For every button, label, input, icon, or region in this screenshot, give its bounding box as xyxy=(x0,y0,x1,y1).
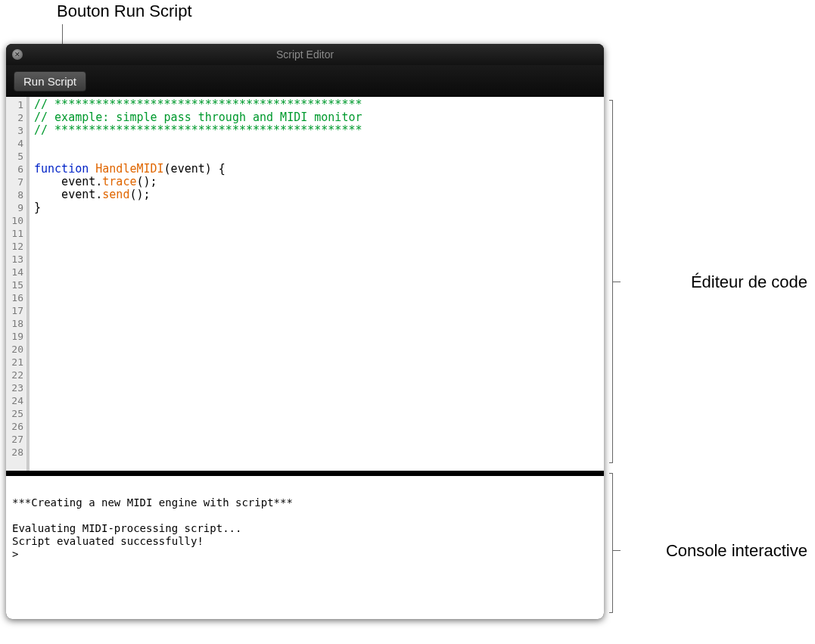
code-line xyxy=(34,227,599,240)
code-editor[interactable]: 1234567891011121314151617181920212223242… xyxy=(6,97,604,471)
callout-code-editor: Éditeur de code xyxy=(691,272,807,292)
line-number: 23 xyxy=(8,381,23,394)
line-number: 2 xyxy=(8,111,23,124)
code-line: // *************************************… xyxy=(34,98,599,111)
line-number: 13 xyxy=(8,253,23,266)
line-number: 27 xyxy=(8,433,23,446)
callout-tick xyxy=(613,282,621,282)
toolbar: Run Script xyxy=(6,65,604,97)
window-title: Script Editor xyxy=(6,48,604,61)
callout-tick xyxy=(613,550,621,551)
line-number: 22 xyxy=(8,369,23,381)
callout-run-script: Bouton Run Script xyxy=(57,2,192,21)
line-number: 28 xyxy=(8,446,23,459)
line-number: 4 xyxy=(8,137,23,150)
code-line xyxy=(34,137,599,150)
line-number: 6 xyxy=(8,163,23,176)
code-line xyxy=(34,433,599,446)
run-script-button[interactable]: Run Script xyxy=(14,71,86,92)
line-number: 26 xyxy=(8,420,23,433)
line-number: 21 xyxy=(8,356,23,369)
line-number: 9 xyxy=(8,201,23,214)
close-icon[interactable]: ✕ xyxy=(12,49,23,60)
code-line xyxy=(34,240,599,253)
line-number: 16 xyxy=(8,291,23,304)
line-number: 12 xyxy=(8,240,23,253)
code-line xyxy=(34,304,599,317)
code-line xyxy=(34,278,599,291)
line-number: 8 xyxy=(8,188,23,201)
code-line: event.send(); xyxy=(34,188,599,201)
line-number-gutter: 1234567891011121314151617181920212223242… xyxy=(6,97,27,471)
code-line xyxy=(34,330,599,343)
code-line: // example: simple pass through and MIDI… xyxy=(34,111,599,124)
line-number: 17 xyxy=(8,304,23,317)
line-number: 18 xyxy=(8,317,23,330)
code-line xyxy=(34,407,599,420)
code-line xyxy=(34,381,599,394)
code-line xyxy=(34,446,599,459)
callout-bracket-console xyxy=(609,473,613,613)
code-line xyxy=(34,343,599,356)
code-line: // *************************************… xyxy=(34,124,599,137)
code-line xyxy=(34,420,599,433)
code-line xyxy=(34,266,599,278)
line-number: 15 xyxy=(8,278,23,291)
titlebar: ✕ Script Editor xyxy=(6,44,604,65)
code-line xyxy=(34,214,599,227)
line-number: 1 xyxy=(8,98,23,111)
code-line xyxy=(34,253,599,266)
line-number: 3 xyxy=(8,124,23,137)
line-number: 20 xyxy=(8,343,23,356)
line-number: 14 xyxy=(8,266,23,278)
code-line xyxy=(34,317,599,330)
script-editor-window: ✕ Script Editor Run Script 1234567891011… xyxy=(6,44,604,619)
line-number: 11 xyxy=(8,227,23,240)
line-number: 5 xyxy=(8,150,23,163)
line-number: 19 xyxy=(8,330,23,343)
code-line xyxy=(34,394,599,407)
line-number: 24 xyxy=(8,394,23,407)
code-line: } xyxy=(34,201,599,214)
line-number: 10 xyxy=(8,214,23,227)
callout-interactive-console: Console interactive xyxy=(666,541,807,561)
code-line xyxy=(34,291,599,304)
code-line: function HandleMIDI(event) { xyxy=(34,163,599,176)
code-line xyxy=(34,356,599,369)
code-line xyxy=(34,369,599,381)
line-number: 25 xyxy=(8,407,23,420)
interactive-console[interactable]: ***Creating a new MIDI engine with scrip… xyxy=(6,475,604,619)
code-line xyxy=(34,150,599,163)
line-number: 7 xyxy=(8,176,23,188)
code-area[interactable]: // *************************************… xyxy=(27,97,604,471)
code-line: event.trace(); xyxy=(34,176,599,188)
